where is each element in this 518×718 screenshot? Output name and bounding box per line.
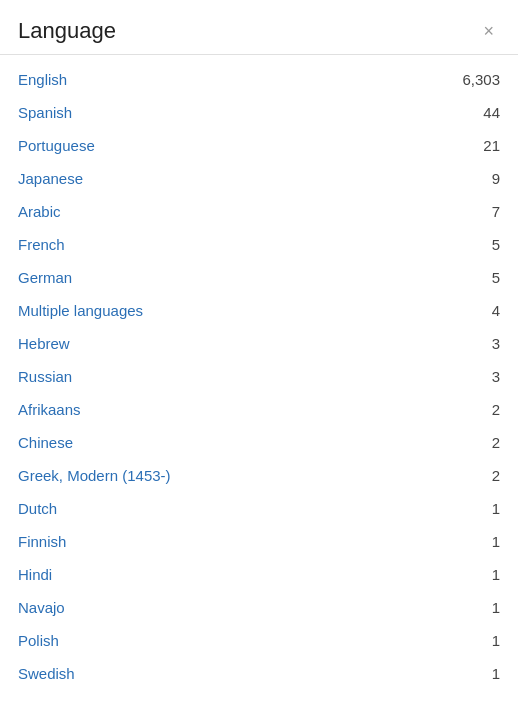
language-count: 7	[492, 203, 500, 220]
language-count: 1	[492, 599, 500, 616]
panel-header: Language ×	[0, 0, 518, 55]
language-name: Hindi	[18, 566, 52, 583]
language-row[interactable]: Greek, Modern (1453-)2	[0, 459, 518, 492]
language-row[interactable]: Hebrew3	[0, 327, 518, 360]
language-count: 9	[492, 170, 500, 187]
language-name: Russian	[18, 368, 72, 385]
language-name: Dutch	[18, 500, 57, 517]
language-count: 6,303	[462, 71, 500, 88]
language-name: Navajo	[18, 599, 65, 616]
language-count: 1	[492, 632, 500, 649]
language-count: 44	[483, 104, 500, 121]
language-name: Swedish	[18, 665, 75, 682]
language-name: Afrikaans	[18, 401, 81, 418]
language-count: 5	[492, 236, 500, 253]
language-count: 1	[492, 500, 500, 517]
language-panel: Language × English6,303Spanish44Portugue…	[0, 0, 518, 718]
language-row[interactable]: Polish1	[0, 624, 518, 657]
language-name: Spanish	[18, 104, 72, 121]
language-name: French	[18, 236, 65, 253]
panel-title: Language	[18, 18, 116, 44]
language-name: English	[18, 71, 67, 88]
language-name: Multiple languages	[18, 302, 143, 319]
language-count: 4	[492, 302, 500, 319]
language-count: 3	[492, 335, 500, 352]
language-row[interactable]: Dutch1	[0, 492, 518, 525]
language-name: Japanese	[18, 170, 83, 187]
language-count: 21	[483, 137, 500, 154]
language-row[interactable]: Chinese2	[0, 426, 518, 459]
language-count: 1	[492, 665, 500, 682]
language-name: Portuguese	[18, 137, 95, 154]
language-row[interactable]: Swedish1	[0, 657, 518, 690]
language-name: German	[18, 269, 72, 286]
language-row[interactable]: Navajo1	[0, 591, 518, 624]
language-name: Chinese	[18, 434, 73, 451]
language-name: Polish	[18, 632, 59, 649]
language-row[interactable]: Afrikaans2	[0, 393, 518, 426]
language-name: Finnish	[18, 533, 66, 550]
language-row[interactable]: Hindi1	[0, 558, 518, 591]
language-row[interactable]: Spanish44	[0, 96, 518, 129]
language-count: 1	[492, 566, 500, 583]
language-row[interactable]: Russian3	[0, 360, 518, 393]
language-count: 2	[492, 467, 500, 484]
language-count: 2	[492, 401, 500, 418]
language-list: English6,303Spanish44Portuguese21Japanes…	[0, 55, 518, 698]
language-name: Arabic	[18, 203, 61, 220]
language-name: Greek, Modern (1453-)	[18, 467, 171, 484]
language-row[interactable]: English6,303	[0, 63, 518, 96]
language-count: 5	[492, 269, 500, 286]
close-button[interactable]: ×	[477, 20, 500, 42]
language-row[interactable]: Japanese9	[0, 162, 518, 195]
language-row[interactable]: French5	[0, 228, 518, 261]
language-count: 1	[492, 533, 500, 550]
language-name: Hebrew	[18, 335, 70, 352]
language-count: 3	[492, 368, 500, 385]
language-row[interactable]: Finnish1	[0, 525, 518, 558]
language-row[interactable]: German5	[0, 261, 518, 294]
language-row[interactable]: Multiple languages4	[0, 294, 518, 327]
language-row[interactable]: Portuguese21	[0, 129, 518, 162]
language-row[interactable]: Arabic7	[0, 195, 518, 228]
language-count: 2	[492, 434, 500, 451]
